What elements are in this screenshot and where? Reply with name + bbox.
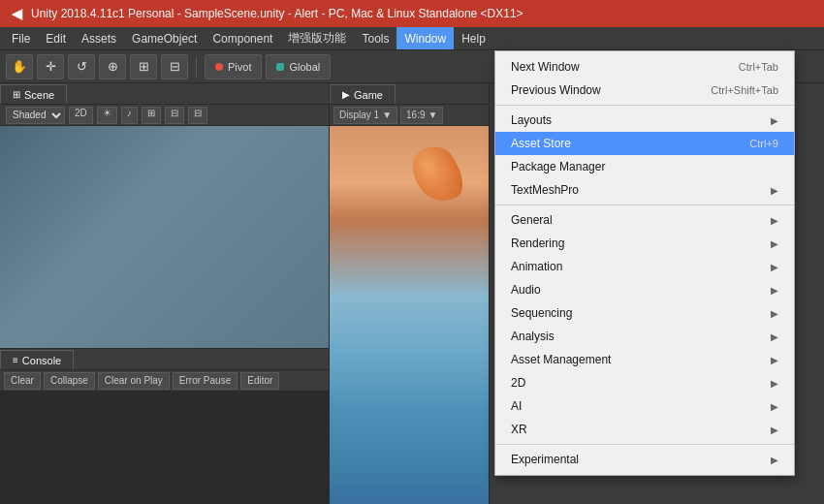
window-dropdown-menu: Next WindowCtrl+TabPrevious WindowCtrl+S… [494,50,795,476]
menu-tools[interactable]: Tools [354,27,396,49]
menu-item-label-next-window: Next Window [511,60,580,74]
scene-toolbar: Shaded 2D ☀ ♪ ⊞ ⊟ ⊟ [0,105,329,126]
pivot-dot [215,63,223,71]
menu-item-label-experimental: Experimental [511,453,579,466]
menu-item-xr[interactable]: XR▶ [495,418,794,441]
game-object-shape [404,139,471,210]
game-view-image [330,126,489,504]
menu-edit[interactable]: Edit [38,27,74,49]
menu-item-prev-window[interactable]: Previous WindowCtrl+Shift+Tab [495,79,794,102]
clear-button[interactable]: Clear [4,372,41,390]
separator-sep1 [495,105,794,106]
global-dot [276,63,284,71]
display-select[interactable]: Display 1 ▼ [333,107,397,124]
menu-item-ai[interactable]: AI▶ [495,394,794,418]
shortcut-prev-window: Ctrl+Shift+Tab [711,84,778,96]
menu-assets[interactable]: Assets [74,27,124,49]
menu-item-2d[interactable]: 2D▶ [495,371,794,394]
left-panel: ⊞ Scene Shaded 2D ☀ ♪ ⊞ ⊟ ⊟ [0,83,330,504]
console-tab-bar: ≡ Console [0,349,329,370]
scene-content [0,126,329,348]
unity-icon: ◀ [8,5,25,22]
separator-sep3 [495,444,794,445]
scene-audio-btn[interactable]: ♪ [121,107,138,124]
menu-component[interactable]: Component [205,27,280,49]
shortcut-next-window: Ctrl+Tab [739,61,778,73]
menu-help[interactable]: Help [454,27,493,49]
menu-item-label-animation: Animation [511,260,562,273]
menu-item-layouts[interactable]: Layouts▶ [495,109,794,132]
pivot-label: Pivot [228,61,251,73]
arrow-asset-management: ▶ [771,355,778,365]
menu-item-label-general: General [511,213,553,227]
tool-rect[interactable]: ⊞ [130,54,157,79]
menu-item-experimental[interactable]: Experimental▶ [495,448,794,471]
console-panel: ≡ Console Clear Collapse Clear on Play E… [0,349,329,504]
pivot-button[interactable]: Pivot [205,54,262,79]
scene-gizmos-btn[interactable]: ⊟ [188,107,207,124]
arrow-analysis: ▶ [771,331,778,342]
game-panel: ▶ Game Display 1 ▼ 16:9 ▼ [330,83,490,504]
global-button[interactable]: Global [266,54,331,79]
arrow-animation: ▶ [771,262,778,272]
arrow-2d: ▶ [771,378,778,389]
window-title: Unity 2018.4.11c1 Personal - SampleScene… [31,7,523,20]
tool-hand[interactable]: ✋ [6,54,33,79]
menu-item-animation[interactable]: Animation▶ [495,255,794,278]
editor-button[interactable]: Editor [240,372,279,390]
menu-item-label-analysis: Analysis [511,330,555,343]
menu-gameobject[interactable]: GameObject [124,27,205,49]
menu-item-general[interactable]: General▶ [495,208,794,232]
scene-camera-btn[interactable]: ⊟ [165,107,184,124]
menu-file[interactable]: File [4,27,38,49]
shortcut-asset-store: Ctrl+9 [749,138,778,149]
menu-item-audio[interactable]: Audio▶ [495,278,794,301]
scene-fx-btn[interactable]: ⊞ [142,107,161,124]
tab-scene[interactable]: ⊞ Scene [0,84,67,104]
menu-window[interactable]: Window [396,27,454,49]
console-content [0,392,329,504]
menu-enhanced[interactable]: 增强版功能 [280,27,354,49]
arrow-textmeshpro: ▶ [771,185,778,196]
scene-shader-select[interactable]: Shaded [6,107,65,124]
tab-console[interactable]: ≡ Console [0,350,74,369]
menu-item-sequencing[interactable]: Sequencing▶ [495,301,794,325]
tool-move[interactable]: ✛ [37,54,64,79]
menu-item-analysis[interactable]: Analysis▶ [495,325,794,348]
menu-item-next-window[interactable]: Next WindowCtrl+Tab [495,55,794,79]
arrow-rendering: ▶ [771,238,778,249]
scene-icon: ⊞ [13,89,20,100]
scene-2d-btn[interactable]: 2D [69,107,93,124]
arrow-sequencing: ▶ [771,308,778,319]
arrow-audio: ▶ [771,285,778,296]
arrow-layouts: ▶ [771,115,778,126]
menu-item-package-manager[interactable]: Package Manager [495,155,794,178]
menu-item-label-2d: 2D [511,376,525,390]
toolbar-separator-1 [196,56,197,78]
scene-panel: ⊞ Scene Shaded 2D ☀ ♪ ⊞ ⊟ ⊟ [0,83,329,349]
menu-bar: File Edit Assets GameObject Component 增强… [0,27,824,50]
menu-item-label-asset-store: Asset Store [511,137,571,150]
collapse-button[interactable]: Collapse [44,372,95,390]
console-toolbar: Clear Collapse Clear on Play Error Pause… [0,370,329,392]
menu-item-textmeshpro[interactable]: TextMeshPro▶ [495,178,794,202]
clear-on-play-button[interactable]: Clear on Play [98,372,170,390]
menu-item-rendering[interactable]: Rendering▶ [495,232,794,255]
arrow-xr: ▶ [771,425,778,435]
game-tab-bar: ▶ Game [330,83,489,105]
tab-game[interactable]: ▶ Game [330,84,396,104]
error-pause-button[interactable]: Error Pause [173,372,238,390]
menu-item-label-audio: Audio [511,283,541,297]
menu-item-asset-management[interactable]: Asset Management▶ [495,348,794,371]
menu-item-label-prev-window: Previous Window [511,83,601,97]
scene-light-btn[interactable]: ☀ [97,107,117,124]
menu-item-label-ai: AI [511,399,522,413]
arrow-ai: ▶ [771,401,778,412]
menu-item-asset-store[interactable]: Asset StoreCtrl+9 [495,132,794,155]
menu-item-label-sequencing: Sequencing [511,306,572,320]
tool-scale[interactable]: ⊕ [99,54,126,79]
aspect-select[interactable]: 16:9 ▼ [400,107,443,124]
tool-transform[interactable]: ⊟ [161,54,188,79]
game-icon: ▶ [342,89,350,100]
tool-rotate[interactable]: ↺ [68,54,95,79]
